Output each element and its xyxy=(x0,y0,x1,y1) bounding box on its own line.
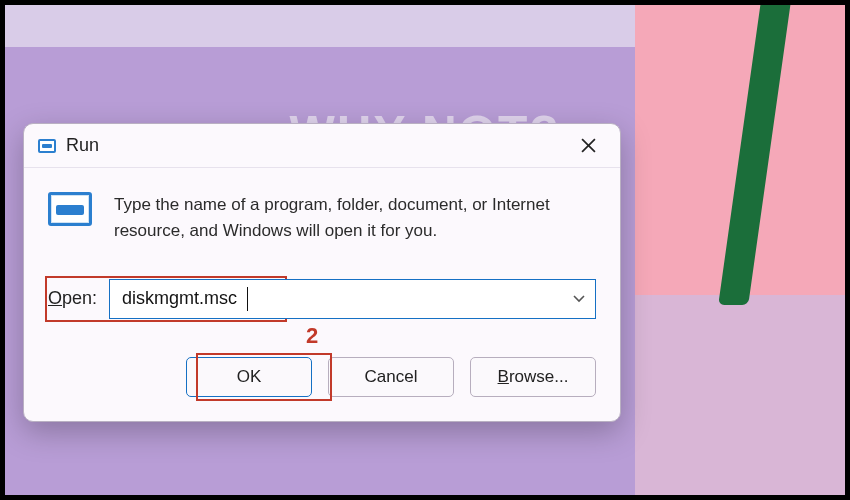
dialog-body: Type the name of a program, folder, docu… xyxy=(24,168,620,251)
open-input[interactable] xyxy=(109,279,596,319)
text-caret xyxy=(247,287,248,311)
close-button[interactable] xyxy=(564,129,612,163)
run-dialog: Run Type the name of a program, folder, … xyxy=(23,123,621,422)
open-row: 1 Open: xyxy=(48,279,596,319)
dialog-titlebar: Run xyxy=(24,124,620,168)
ok-button[interactable]: OK xyxy=(186,357,312,397)
dialog-description: Type the name of a program, folder, docu… xyxy=(114,192,596,245)
browse-button[interactable]: Browse... xyxy=(470,357,596,397)
annotation-number-2: 2 xyxy=(306,323,318,349)
open-label: Open: xyxy=(48,288,97,309)
run-icon xyxy=(38,139,56,153)
dialog-button-row: 2 OK Cancel Browse... xyxy=(24,319,620,421)
cancel-button[interactable]: Cancel xyxy=(328,357,454,397)
wallpaper-lower-block xyxy=(635,295,845,495)
close-icon xyxy=(581,138,596,153)
open-combobox[interactable] xyxy=(109,279,596,319)
run-icon-large xyxy=(48,192,92,226)
dialog-title: Run xyxy=(66,135,99,156)
screenshot-frame: WHY NOT? Run Type the name of a program,… xyxy=(5,5,845,495)
